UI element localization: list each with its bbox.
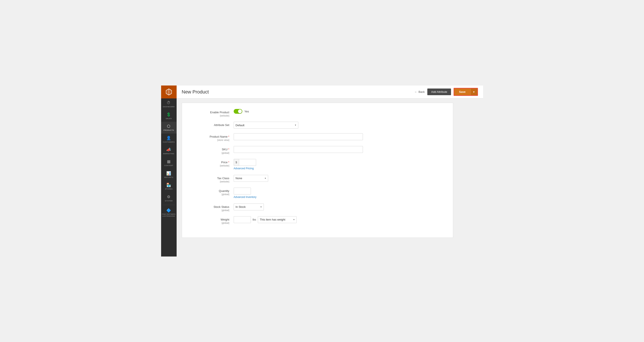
- stock-status-field: In Stock Out of Stock: [234, 204, 440, 210]
- attribute-set-field: Default: [234, 122, 440, 128]
- enable-product-label: Enable Product: [210, 111, 230, 114]
- products-icon: ⬡: [167, 124, 170, 128]
- enable-product-label-col: Enable Product [website]: [195, 109, 234, 117]
- product-name-sublabel: [store view]: [195, 139, 230, 141]
- tax-class-row: Tax Class [website] None Taxable Goods: [195, 175, 440, 183]
- weight-row: Weight [global] lbs This item has weight…: [195, 216, 440, 224]
- enable-product-row: Enable Product [website] Yes: [195, 109, 440, 117]
- sales-icon: 💲: [166, 112, 171, 117]
- sidebar-item-system[interactable]: ⚙ SYSTEM: [161, 192, 176, 204]
- tax-class-label: Tax Class: [217, 176, 229, 180]
- sidebar-item-label: DASHBOARD: [163, 106, 175, 108]
- stock-status-label: Stock Status: [214, 205, 230, 208]
- back-link[interactable]: ← Back: [414, 90, 425, 94]
- tax-class-field: None Taxable Goods: [234, 175, 440, 182]
- save-button[interactable]: Save: [454, 88, 470, 95]
- extensions-icon: 🔷: [166, 208, 171, 213]
- quantity-row: Quantity [global] Advanced Inventory: [195, 188, 440, 199]
- quantity-label: Quantity: [219, 189, 229, 192]
- stores-icon: 🏪: [166, 183, 171, 187]
- weight-field: lbs This item has weight This item has n…: [234, 216, 440, 223]
- quantity-input[interactable]: [234, 188, 251, 194]
- sidebar-item-label: MARKETING: [163, 153, 174, 155]
- weight-label-col: Weight [global]: [195, 216, 234, 224]
- sidebar-item-sales[interactable]: 💲 SALES: [161, 110, 176, 122]
- sku-row: SKU* [global]: [195, 146, 440, 154]
- price-label-col: Price* [website]: [195, 159, 234, 167]
- sidebar-item-customers[interactable]: 👤 CUSTOMERS: [161, 134, 176, 145]
- product-name-field: [234, 133, 440, 140]
- sku-field: [234, 146, 440, 153]
- system-icon: ⚙: [167, 194, 170, 199]
- page-title: New Product: [182, 89, 209, 95]
- tax-class-sublabel: [website]: [195, 180, 230, 183]
- weight-type-select[interactable]: This item has weight This item has no we…: [258, 216, 296, 223]
- sidebar-item-content[interactable]: ▦ CONTENT: [161, 157, 176, 169]
- sidebar-item-label: CONTENT: [164, 164, 173, 167]
- stock-status-row: Stock Status [global] In Stock Out of St…: [195, 204, 440, 212]
- weight-unit: lbs: [253, 218, 256, 221]
- enable-product-sublabel: [website]: [195, 114, 230, 117]
- price-label: Price*: [221, 161, 230, 164]
- sidebar-item-dashboard[interactable]: ⏱ DASHBOARD: [161, 98, 176, 110]
- sidebar-item-label: SYSTEM: [165, 200, 173, 202]
- stock-status-select[interactable]: In Stock Out of Stock: [234, 204, 264, 210]
- sidebar-item-label: STORES: [165, 188, 173, 190]
- sidebar: ⏱ DASHBOARD 💲 SALES ⬡ PRODUCTS 👤 CUSTOME…: [161, 86, 176, 256]
- enable-product-toggle[interactable]: [234, 109, 242, 114]
- sidebar-item-products[interactable]: ⬡ PRODUCTS: [161, 122, 176, 134]
- content-icon: ▦: [167, 159, 171, 164]
- back-label: Back: [418, 90, 425, 94]
- sidebar-item-marketing[interactable]: 📣 MARKETING: [161, 145, 176, 157]
- product-form-card: Enable Product [website] Yes: [182, 103, 453, 238]
- required-mark: *: [228, 135, 229, 138]
- weight-input[interactable]: [234, 216, 251, 223]
- sku-sublabel: [global]: [195, 152, 230, 154]
- reports-icon: 📊: [166, 171, 171, 176]
- sidebar-divider: [162, 205, 175, 205]
- sidebar-logo: [161, 86, 176, 98]
- enable-product-field: Yes: [234, 109, 440, 114]
- product-name-input[interactable]: [234, 133, 363, 140]
- product-name-label-col: Product Name* [store view]: [195, 133, 234, 141]
- attribute-set-label-col: Attribute Set: [195, 122, 234, 127]
- save-dropdown-button[interactable]: ▼: [470, 88, 477, 95]
- weight-input-row: lbs This item has weight This item has n…: [234, 216, 440, 223]
- dashboard-icon: ⏱: [167, 100, 171, 105]
- customers-icon: 👤: [166, 136, 171, 140]
- page-body: Enable Product [website] Yes: [176, 98, 483, 256]
- attribute-set-label: Attribute Set: [214, 124, 230, 127]
- sidebar-item-reports[interactable]: 📊 REPORTS: [161, 169, 176, 181]
- quantity-label-col: Quantity [global]: [195, 188, 234, 196]
- advanced-inventory-link[interactable]: Advanced Inventory: [234, 196, 256, 198]
- price-row: Price* [website] $ Advanced Pricing: [195, 159, 440, 170]
- sidebar-item-label: FIND PARTNERS & EXTENSIONS: [162, 214, 176, 217]
- stock-status-sublabel: [global]: [195, 209, 230, 212]
- top-header: New Product ← Back Add Attribute Save ▼: [176, 86, 483, 98]
- weight-type-select-wrapper: This item has weight This item has no we…: [258, 216, 296, 223]
- add-attribute-button[interactable]: Add Attribute: [427, 88, 451, 95]
- toggle-text: Yes: [244, 110, 249, 113]
- attribute-set-select[interactable]: Default: [234, 122, 298, 128]
- tax-class-select[interactable]: None Taxable Goods: [234, 175, 268, 182]
- required-mark: *: [228, 148, 229, 151]
- sku-label-col: SKU* [global]: [195, 146, 234, 154]
- advanced-pricing-link[interactable]: Advanced Pricing: [234, 167, 254, 170]
- chevron-down-icon: ▼: [473, 91, 475, 93]
- attribute-set-select-wrapper: Default: [234, 122, 298, 128]
- sidebar-item-extensions[interactable]: 🔷 FIND PARTNERS & EXTENSIONS: [161, 206, 176, 219]
- stock-status-select-wrapper: In Stock Out of Stock: [234, 204, 264, 210]
- required-mark: *: [228, 161, 229, 164]
- price-input[interactable]: [239, 159, 256, 166]
- main-content: New Product ← Back Add Attribute Save ▼: [176, 86, 483, 256]
- tax-class-select-wrapper: None Taxable Goods: [234, 175, 268, 182]
- sku-input[interactable]: [234, 146, 363, 153]
- sku-label: SKU*: [222, 148, 230, 151]
- sidebar-item-label: REPORTS: [164, 176, 173, 178]
- sidebar-item-stores[interactable]: 🏪 STORES: [161, 180, 176, 192]
- price-sublabel: [website]: [195, 164, 230, 167]
- sidebar-item-label: CUSTOMERS: [163, 141, 175, 143]
- tax-class-label-col: Tax Class [website]: [195, 175, 234, 183]
- sidebar-item-label: PRODUCTS: [164, 129, 174, 131]
- back-arrow-icon: ←: [414, 90, 417, 94]
